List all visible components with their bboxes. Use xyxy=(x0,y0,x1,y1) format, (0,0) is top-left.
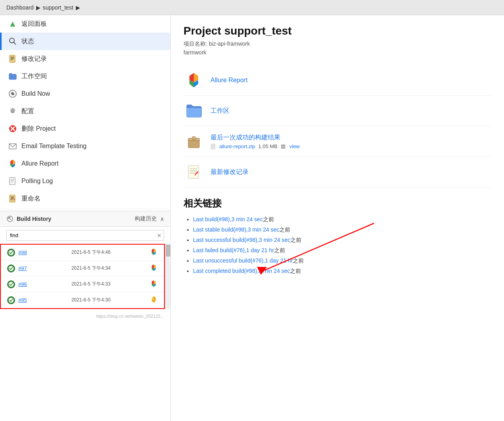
sidebar-item-rename[interactable]: 重命名 xyxy=(0,190,170,207)
build-status-success-icon xyxy=(7,296,15,304)
project-meta-framework: farmwork xyxy=(183,49,491,56)
related-link-item: Last unsuccessful build(#76),1 day 21 hr… xyxy=(193,257,491,265)
workspace-folder-icon xyxy=(185,102,203,120)
last-completed-link[interactable]: Last completed build(#98),3 min 24 sec之前 xyxy=(193,268,301,274)
svg-rect-13 xyxy=(10,178,15,185)
last-stable-link[interactable]: Last stable build(#98),3 min 24 sec之前 xyxy=(193,226,290,233)
build-search-input[interactable] xyxy=(6,230,164,241)
back-icon: ▲ xyxy=(8,19,17,29)
build-allure-badge[interactable] xyxy=(150,280,158,289)
zh-suffix: 之前 xyxy=(274,247,285,253)
sidebar-item-polling-log[interactable]: Polling Log xyxy=(0,172,170,190)
build-history-title-group: Build History xyxy=(6,215,51,222)
content-relative-wrapper: Project support_test 项目名称: biz-api-framw… xyxy=(183,25,491,275)
build-history-right: 构建历史 ∧ xyxy=(135,215,164,222)
related-link-item: Last completed build(#98),3 min 24 sec之前 xyxy=(193,268,491,275)
sidebar-item-polling-label: Polling Log xyxy=(21,178,53,185)
sidebar-item-status[interactable]: 状态 xyxy=(0,33,170,50)
last-build-link[interactable]: Last build(#98),3 min 24 sec之前 xyxy=(193,216,274,222)
search-icon xyxy=(8,37,17,46)
related-link-item: Last failed build(#76),1 day 21 hr之前 xyxy=(193,247,491,254)
sidebar-divider xyxy=(0,209,170,209)
breadcrumb-project[interactable]: support_test xyxy=(43,4,73,11)
last-unsuccessful-link[interactable]: Last unsuccessful build(#76),1 day 21 hr… xyxy=(193,257,304,264)
workspace-icon xyxy=(8,71,17,81)
build-number[interactable]: #97 xyxy=(18,265,32,271)
sidebar: ▲ 返回面板 状态 修改记录 xyxy=(0,15,171,421)
config-icon xyxy=(8,106,17,116)
build-allure-badge[interactable] xyxy=(150,295,158,305)
sidebar-item-back-label: 返回面板 xyxy=(21,20,47,28)
build-history-subtitle: 构建历史 xyxy=(135,215,157,222)
build-date: 2021-6-5 下午4:46 xyxy=(35,249,147,256)
build-status-success-icon xyxy=(7,280,15,288)
sidebar-item-email-template[interactable]: Email Template Testing xyxy=(0,137,170,155)
build-history-icon xyxy=(6,215,14,222)
sidebar-item-changes[interactable]: 修改记录 xyxy=(0,50,170,68)
links-section: Allure Report 工作区 xyxy=(183,65,491,187)
build-history-collapse-icon[interactable]: ∧ xyxy=(160,216,164,222)
svg-point-24 xyxy=(8,265,14,271)
zh-suffix: 之前 xyxy=(290,268,301,274)
last-build-result-link[interactable]: 最后一次成功的构建结果 xyxy=(210,134,280,141)
sidebar-item-config[interactable]: 配置 xyxy=(0,102,170,120)
file-size-icon xyxy=(281,144,286,149)
build-status-success-icon xyxy=(7,265,15,272)
sidebar-item-config-label: 配置 xyxy=(21,107,34,116)
svg-point-23 xyxy=(8,249,14,255)
sidebar-item-delete[interactable]: 删除 Project xyxy=(0,120,170,137)
build-number[interactable]: #98 xyxy=(18,249,32,255)
workspace-link[interactable]: 工作区 xyxy=(210,107,230,115)
workspace-icon-box xyxy=(183,100,204,121)
build-allure-badge[interactable] xyxy=(150,248,158,257)
svg-rect-37 xyxy=(282,145,285,148)
box-icon xyxy=(185,133,203,150)
latest-changes-row: 最新修改记录 xyxy=(183,157,491,187)
zip-file-link[interactable]: allure-report.zip xyxy=(219,143,255,149)
last-failed-link[interactable]: Last failed build(#76),1 day 21 hr之前 xyxy=(193,247,285,253)
last-build-result-content: 最后一次成功的构建结果 allure-report.zip 1.05 MB xyxy=(210,133,300,149)
rename-icon xyxy=(8,194,17,203)
build-history-label: Build History xyxy=(17,216,51,222)
build-row[interactable]: #96 2021-6-5 下午4:33 xyxy=(1,276,164,292)
related-link-item: Last successful build(#98),3 min 24 sec之… xyxy=(193,237,491,244)
allure-report-link[interactable]: Allure Report xyxy=(210,77,247,84)
polling-log-icon xyxy=(8,176,17,186)
related-link-item: Last stable build(#98),3 min 24 sec之前 xyxy=(193,226,491,234)
sidebar-item-delete-label: 删除 Project xyxy=(21,125,56,133)
sidebar-item-workspace[interactable]: 工作空间 xyxy=(0,68,170,85)
related-links-section: Last build(#98),3 min 24 sec之前 Last stab… xyxy=(183,216,491,275)
breadcrumb-sep1: ▶ xyxy=(36,4,41,11)
notepad-icon-box xyxy=(183,162,204,182)
workspace-link-row: 工作区 xyxy=(183,96,491,126)
build-row[interactable]: #97 2021-6-5 下午4:34 xyxy=(1,261,164,276)
build-date: 2021-6-5 下午4:34 xyxy=(35,265,147,272)
build-number[interactable]: #96 xyxy=(18,281,32,287)
breadcrumb: Dashboard ▶ support_test ▶ xyxy=(0,0,504,15)
search-clear-button[interactable]: ✕ xyxy=(157,232,162,239)
sidebar-item-back[interactable]: ▲ 返回面板 xyxy=(0,15,170,33)
build-row[interactable]: #95 2021-6-5 下午4:30 xyxy=(1,292,164,308)
zh-suffix: 之前 xyxy=(293,257,304,264)
last-successful-link[interactable]: Last successful build(#98),3 min 24 sec之… xyxy=(193,237,301,243)
notepad-icon xyxy=(185,163,203,181)
allure-report-link-row: Allure Report xyxy=(183,65,491,96)
build-number[interactable]: #95 xyxy=(18,297,32,303)
svg-line-1 xyxy=(14,42,16,45)
view-link[interactable]: view xyxy=(290,143,300,149)
sidebar-item-build-now[interactable]: Build Now xyxy=(0,85,170,102)
sidebar-item-workspace-label: 工作空间 xyxy=(21,72,47,81)
changes-icon xyxy=(8,54,17,64)
breadcrumb-dashboard[interactable]: Dashboard xyxy=(6,4,34,11)
svg-point-0 xyxy=(10,38,14,43)
build-row[interactable]: #98 2021-6-5 下午4:46 xyxy=(1,245,164,261)
svg-point-25 xyxy=(8,281,14,287)
scrollbar-thumb xyxy=(166,245,170,257)
sidebar-item-allure[interactable]: Allure Report xyxy=(0,155,170,172)
svg-point-26 xyxy=(8,297,14,303)
build-allure-badge[interactable] xyxy=(150,264,158,273)
scrollbar-track[interactable] xyxy=(165,244,170,309)
related-links-title: 相关链接 xyxy=(183,197,491,210)
sidebar-item-email-label: Email Template Testing xyxy=(21,143,87,150)
latest-changes-link[interactable]: 最新修改记录 xyxy=(210,168,249,176)
